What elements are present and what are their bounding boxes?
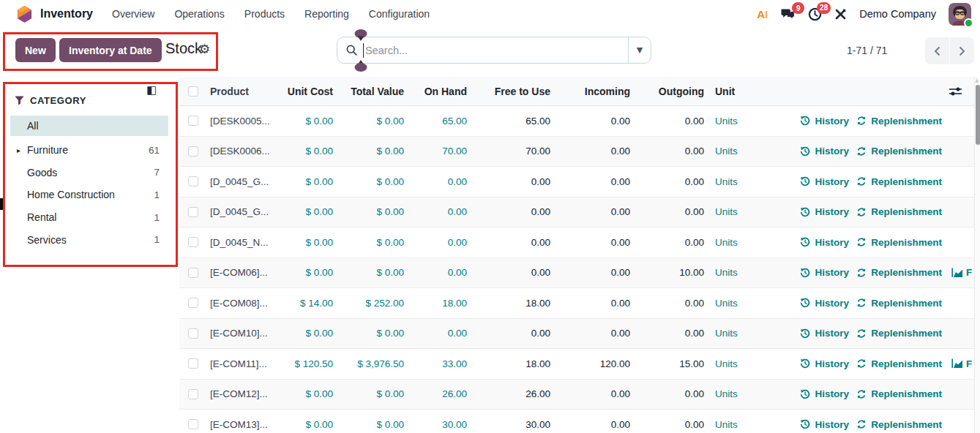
cell-total-value[interactable]: $ 0.00 [333, 237, 404, 248]
category-filter-item[interactable]: Rental1 [10, 206, 168, 229]
cell-unit-cost[interactable]: $ 14.00 [285, 298, 333, 309]
selection-handle-bottom[interactable] [354, 60, 368, 72]
units-link[interactable]: Units [715, 237, 738, 248]
replenishment-button[interactable]: Replenishment [849, 388, 948, 399]
col-header-on-hand[interactable]: On Hand [404, 86, 467, 97]
scrollbar-thumb[interactable] [976, 85, 980, 145]
cell-product[interactable]: [D_0045_G... [207, 176, 285, 187]
scrollbar-up-arrow[interactable]: ▲ [975, 78, 979, 83]
row-checkbox[interactable] [188, 419, 198, 429]
cell-product[interactable]: [DESK0006... [207, 146, 285, 157]
pager-next-button[interactable] [950, 37, 974, 64]
forecast-button[interactable]: F [948, 358, 974, 369]
expand-caret-icon[interactable]: ▸ [17, 146, 20, 154]
units-link[interactable]: Units [715, 419, 738, 430]
panel-toggle-icon[interactable]: ◧ [146, 83, 157, 97]
cell-on-hand[interactable]: 18.00 [404, 298, 467, 309]
cell-on-hand[interactable]: 0.00 [404, 328, 467, 339]
history-button[interactable]: History [761, 116, 849, 127]
col-header-outgoing[interactable]: Outgoing [630, 86, 704, 97]
col-header-incoming[interactable]: Incoming [550, 86, 630, 97]
replenishment-button[interactable]: Replenishment [849, 237, 948, 248]
cell-on-hand[interactable]: 26.00 [404, 388, 467, 399]
cell-product[interactable]: [E-COM08]... [207, 298, 285, 309]
cell-total-value[interactable]: $ 0.00 [333, 388, 404, 399]
activities-button[interactable]: 28 [808, 7, 822, 21]
table-row[interactable]: [DESK0005...$ 0.00$ 0.0065.0065.000.000.… [179, 106, 974, 137]
tools-button[interactable] [834, 8, 847, 20]
cell-total-value[interactable]: $ 0.00 [333, 146, 404, 157]
cell-product[interactable]: [D_0045_G... [207, 206, 285, 217]
table-row[interactable]: [E-COM10]...$ 0.00$ 0.000.000.000.000.00… [179, 319, 974, 350]
optional-columns-button[interactable] [949, 86, 962, 99]
table-row[interactable]: [DESK0006...$ 0.00$ 0.0070.0070.000.000.… [179, 137, 974, 167]
units-link[interactable]: Units [715, 146, 738, 157]
row-checkbox[interactable] [188, 268, 198, 278]
selection-handle-top[interactable] [354, 29, 368, 41]
cell-total-value[interactable]: $ 0.00 [333, 419, 404, 430]
forecast-button[interactable]: F [948, 267, 974, 278]
nav-item-operations[interactable]: Operations [174, 8, 224, 20]
table-row[interactable]: [E-COM11]...$ 120.50$ 3,976.5033.0018.00… [179, 349, 974, 380]
cell-unit-cost[interactable]: $ 0.00 [285, 237, 333, 248]
cell-unit-cost[interactable]: $ 0.00 [285, 206, 333, 217]
units-link[interactable]: Units [715, 358, 738, 369]
table-row[interactable]: [D_0045_N...$ 0.00$ 0.000.000.000.000.00… [179, 227, 974, 258]
history-button[interactable]: History [761, 388, 849, 399]
units-link[interactable]: Units [715, 206, 738, 217]
cell-unit-cost[interactable]: $ 0.00 [285, 176, 333, 187]
row-checkbox[interactable] [188, 328, 198, 339]
history-button[interactable]: History [761, 206, 849, 217]
inventory-at-date-button[interactable]: Inventory at Date [59, 38, 162, 62]
category-filter-item[interactable]: Goods7 [10, 162, 168, 184]
cell-unit-cost[interactable]: $ 0.00 [285, 116, 333, 127]
company-name[interactable]: Demo Company [859, 8, 936, 20]
replenishment-button[interactable]: Replenishment [849, 298, 948, 309]
replenishment-button[interactable]: Replenishment [849, 146, 948, 157]
cell-unit-cost[interactable]: $ 0.00 [285, 146, 333, 157]
col-header-unit[interactable]: Unit [704, 86, 761, 97]
nav-item-overview[interactable]: Overview [112, 8, 154, 20]
ai-button[interactable]: AI [757, 8, 768, 20]
row-checkbox[interactable] [188, 237, 198, 247]
nav-item-configuration[interactable]: Configuration [369, 8, 430, 20]
messages-button[interactable]: 9 [780, 7, 796, 20]
cell-total-value[interactable]: $ 0.00 [333, 328, 404, 339]
history-button[interactable]: History [761, 298, 849, 309]
history-button[interactable]: History [761, 328, 849, 339]
cell-unit-cost[interactable]: $ 0.00 [285, 419, 333, 430]
row-checkbox[interactable] [188, 358, 198, 369]
cell-unit-cost[interactable]: $ 0.00 [285, 388, 333, 399]
inventory-app-icon[interactable] [16, 5, 33, 23]
cell-product[interactable]: [E-COM11]... [207, 358, 285, 369]
table-row[interactable]: [D_0045_G...$ 0.00$ 0.000.000.000.000.00… [179, 197, 974, 228]
row-checkbox[interactable] [188, 207, 198, 217]
table-row[interactable]: [E-COM06]...$ 0.00$ 0.000.000.000.0010.0… [179, 258, 974, 289]
units-link[interactable]: Units [715, 328, 738, 339]
cell-unit-cost[interactable]: $ 0.00 [285, 267, 333, 278]
cell-on-hand[interactable]: 33.00 [404, 358, 467, 369]
cell-on-hand[interactable]: 0.00 [404, 237, 467, 248]
new-button[interactable]: New [15, 38, 56, 62]
units-link[interactable]: Units [715, 267, 738, 278]
pager-previous-button[interactable] [925, 37, 949, 64]
history-button[interactable]: History [761, 358, 849, 369]
cell-on-hand[interactable]: 70.00 [404, 146, 467, 157]
replenishment-button[interactable]: Replenishment [849, 419, 948, 430]
category-filter-item[interactable]: Home Construction1 [10, 184, 168, 206]
cell-total-value[interactable]: $ 0.00 [333, 206, 404, 217]
cell-on-hand[interactable]: 30.00 [404, 419, 467, 430]
nav-item-reporting[interactable]: Reporting [304, 8, 349, 20]
cell-on-hand[interactable]: 0.00 [404, 176, 467, 187]
replenishment-button[interactable]: Replenishment [849, 267, 948, 278]
cell-total-value[interactable]: $ 0.00 [333, 267, 404, 278]
replenishment-button[interactable]: Replenishment [849, 358, 948, 369]
search-dropdown-toggle[interactable]: ▼ [628, 37, 651, 63]
category-filter-item[interactable]: Services1 [10, 228, 168, 251]
cell-unit-cost[interactable]: $ 120.50 [285, 358, 333, 369]
replenishment-button[interactable]: Replenishment [849, 206, 948, 217]
history-button[interactable]: History [761, 419, 849, 430]
units-link[interactable]: Units [715, 298, 738, 309]
table-row[interactable]: [E-COM13]...$ 0.00$ 0.0030.0030.000.000.… [179, 410, 974, 433]
cell-total-value[interactable]: $ 252.00 [333, 298, 404, 309]
